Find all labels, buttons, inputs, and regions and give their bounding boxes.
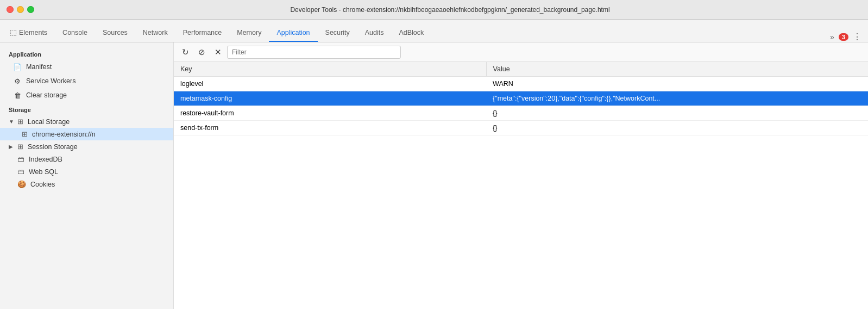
- sidebar-item-indexeddb[interactable]: ▶ 🗃 IndexedDB: [0, 153, 173, 165]
- column-header-key: Key: [174, 62, 486, 77]
- close-button[interactable]: [7, 6, 14, 13]
- sidebar-item-label-local-storage: Local Storage: [28, 118, 70, 126]
- window-title: Developer Tools - chrome-extension://nkb…: [39, 6, 861, 14]
- storage-section-label: Storage: [0, 102, 173, 115]
- table-cell-value: {"meta":{"version":20},"data":{"config":…: [486, 91, 868, 106]
- sidebar-item-label-session-storage: Session Storage: [28, 143, 78, 151]
- sidebar-item-label-service-workers: Service Workers: [26, 77, 76, 85]
- table-row[interactable]: metamask-config{"meta":{"version":20},"d…: [174, 91, 868, 106]
- table-row[interactable]: send-tx-form{}: [174, 121, 868, 135]
- tab-elements[interactable]: ⬚Elements: [2, 23, 55, 42]
- tab-application[interactable]: Application: [269, 24, 317, 42]
- minimize-button[interactable]: [17, 6, 24, 13]
- refresh-button[interactable]: ↻: [178, 45, 192, 59]
- indexeddb-icon: 🗃: [17, 155, 24, 163]
- block-button[interactable]: ⊘: [194, 45, 209, 59]
- traffic-lights: [7, 6, 34, 13]
- cursor-icon: ⬚: [10, 28, 17, 36]
- tab-performance[interactable]: Performance: [175, 24, 230, 42]
- clear-button[interactable]: ✕: [211, 45, 225, 59]
- tabbar: ⬚Elements Console Sources Network Perfor…: [0, 20, 868, 42]
- table-cell-value: WARN: [486, 77, 868, 91]
- toolbar: ↻ ⊘ ✕: [174, 42, 868, 62]
- table-row[interactable]: loglevelWARN: [174, 77, 868, 91]
- table-cell-value: {}: [486, 106, 868, 121]
- maximize-button[interactable]: [27, 6, 34, 13]
- main-layout: Application 📄 Manifest ⚙ Service Workers…: [0, 42, 868, 309]
- titlebar: Developer Tools - chrome-extension://nkb…: [0, 0, 868, 20]
- sidebar-item-session-storage[interactable]: ▶ ⊞ Session Storage: [0, 140, 173, 153]
- sidebar-item-label-clear-storage: Clear storage: [26, 91, 67, 99]
- tab-extras: » 3 ⋮: [830, 32, 866, 42]
- tab-audits[interactable]: Audits: [357, 24, 392, 42]
- content-area: ↻ ⊘ ✕ Key Value loglevelWARNmetamask-con…: [174, 42, 868, 309]
- table-cell-key: metamask-config: [174, 91, 486, 106]
- sidebar-item-label-manifest: Manifest: [26, 63, 52, 71]
- tab-network[interactable]: Network: [135, 24, 175, 42]
- storage-table: Key Value loglevelWARNmetamask-config{"m…: [174, 62, 868, 135]
- sidebar-item-label-cookies: Cookies: [30, 181, 55, 188]
- cookies-icon: 🍪: [17, 180, 26, 188]
- session-storage-grid-icon: ⊞: [17, 143, 23, 151]
- sidebar-item-label-indexeddb: IndexedDB: [29, 156, 62, 163]
- sidebar-item-manifest[interactable]: 📄 Manifest: [0, 60, 173, 74]
- tab-sources[interactable]: Sources: [95, 24, 135, 42]
- local-storage-chevron-icon: ▼: [9, 119, 15, 125]
- sidebar-item-label-web-sql: Web SQL: [29, 168, 58, 176]
- table-cell-key: send-tx-form: [174, 121, 486, 135]
- tab-security[interactable]: Security: [318, 24, 357, 42]
- local-storage-grid-icon: ⊞: [17, 118, 23, 126]
- table-row[interactable]: restore-vault-form{}: [174, 106, 868, 121]
- sidebar-item-clear-storage[interactable]: 🗑 Clear storage: [0, 88, 173, 102]
- sidebar-item-local-storage[interactable]: ▼ ⊞ Local Storage: [0, 115, 173, 128]
- table-cell-value: {}: [486, 121, 868, 135]
- more-tabs-button[interactable]: »: [830, 33, 834, 41]
- session-storage-chevron-icon: ▶: [9, 144, 15, 150]
- devtools-menu-button[interactable]: ⋮: [853, 32, 861, 42]
- sidebar-item-label-local-storage-ext: chrome-extension://n: [32, 131, 96, 138]
- filter-input[interactable]: [227, 46, 401, 59]
- application-section-label: Application: [0, 47, 173, 60]
- table-cell-key: restore-vault-form: [174, 106, 486, 121]
- local-storage-ext-icon: ⊞: [22, 130, 28, 138]
- service-workers-icon: ⚙: [13, 77, 22, 85]
- column-header-value: Value: [486, 62, 868, 77]
- sidebar-item-local-storage-ext[interactable]: ⊞ chrome-extension://n: [0, 128, 173, 140]
- sidebar-item-web-sql[interactable]: ▶ 🗃 Web SQL: [0, 165, 173, 178]
- manifest-icon: 📄: [13, 63, 22, 71]
- tab-console[interactable]: Console: [55, 24, 95, 42]
- error-badge: 3: [839, 33, 848, 41]
- tab-adblock[interactable]: AdBlock: [391, 24, 431, 42]
- storage-table-container: Key Value loglevelWARNmetamask-config{"m…: [174, 62, 868, 309]
- sidebar-item-cookies[interactable]: ▶ 🍪 Cookies: [0, 178, 173, 190]
- table-cell-key: loglevel: [174, 77, 486, 91]
- sidebar: Application 📄 Manifest ⚙ Service Workers…: [0, 42, 174, 309]
- tab-memory[interactable]: Memory: [229, 24, 269, 42]
- clear-storage-icon: 🗑: [13, 91, 22, 100]
- web-sql-icon: 🗃: [17, 168, 24, 176]
- sidebar-item-service-workers[interactable]: ⚙ Service Workers: [0, 74, 173, 88]
